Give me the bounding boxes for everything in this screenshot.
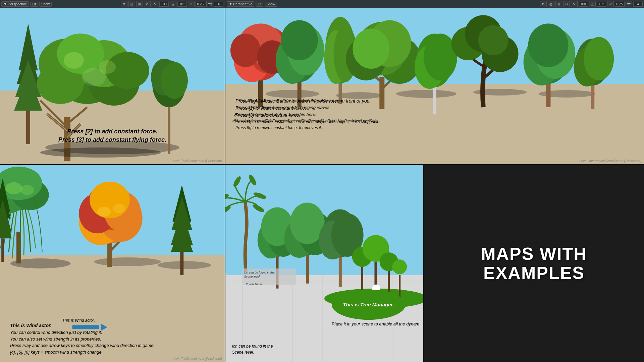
vp1-lit-label: Lit [32,2,36,6]
viewport-2[interactable]: ▼ Perspective Lit Show ⚙ ◎ ⊞ ↺ ⤡ 100 △ 1… [225,0,644,164]
vp2-toolbar: ▼ Perspective Lit Show ⚙ ◎ ⊞ ↺ ⤡ 100 △ 1… [225,0,644,8]
vp1-angle-icon[interactable]: △ [170,1,176,7]
maps-title-line2: EXAMPLES [483,263,585,283]
vp2-lit-btn[interactable]: Lit [256,2,263,7]
vp2-rotate-icon[interactable]: ↺ [563,1,570,7]
viewport-3[interactable]: This is Wind actor. This is Wind actor. … [0,165,225,362]
vp2-show-btn[interactable]: Show [265,2,277,7]
viewport-1[interactable]: ▼ Perspective Lit Show ⚙ ◎ ⊞ ↺ ⤡ 100 △ 1… [0,0,225,164]
viewport-4[interactable]: ion can be found in the Scene level. If … [225,165,423,362]
maps-title-line1: MAPS WITH [481,244,587,263]
svg-point-105 [113,204,125,213]
svg-rect-73 [591,82,594,109]
viewport-4-container: ion can be found in the Scene level. If … [225,165,644,362]
svg-point-87 [5,182,22,194]
svg-point-76 [584,37,614,80]
vp2-scale-icon[interactable]: ⤡ [571,1,578,7]
vp2-snap-icon[interactable]: ◎ [548,1,554,7]
svg-rect-150 [399,275,400,299]
vp2-scale2-icon[interactable]: ⤢ [607,1,614,7]
vp2-show-label: Show [267,2,275,6]
tree-scene-3: This is Wind actor. [0,165,225,362]
svg-text:If you have: If you have [246,282,262,286]
vp3-level-indicator: Level: EpicDemoLevel (Persistent) [171,357,222,361]
vp1-num1: 100 [159,2,169,7]
vp1-lit-btn[interactable]: Lit [30,2,38,7]
vp1-scale-icon[interactable]: ⤡ [152,1,158,7]
vp1-cam-icon[interactable]: 📷 [206,1,213,7]
vp1-perspective-label: Perspective [8,2,27,6]
vp1-show-label: Show [41,2,50,6]
svg-point-33 [396,90,457,98]
svg-rect-94 [107,242,112,267]
svg-point-32 [336,92,383,99]
svg-rect-78 [0,255,224,362]
tree-scene-2 [225,0,644,164]
svg-text:Scene level.: Scene level. [244,275,261,278]
svg-point-21 [82,68,106,86]
vp1-perspective-icon: ▼ [3,2,7,6]
svg-point-41 [230,34,261,67]
vp2-scale-val: 0.25 [615,2,625,7]
maps-title: MAPS WITH EXAMPLES [481,244,587,283]
svg-point-31 [266,90,319,98]
svg-rect-115 [226,275,423,362]
svg-point-104 [97,207,111,217]
main-grid: ▼ Perspective Lit Show ⚙ ◎ ⊞ ↺ ⤡ 100 △ 1… [0,0,644,362]
svg-point-28 [40,147,161,158]
vp2-perspective-label: Perspective [233,2,252,6]
svg-point-67 [478,25,508,55]
svg-point-81 [158,261,211,269]
vp1-rotate-icon[interactable]: ↺ [144,1,151,7]
vp2-cam-icon[interactable]: 📷 [626,1,632,7]
svg-point-59 [353,28,389,69]
svg-rect-89 [1,238,4,262]
vp1-toolbar: ▼ Perspective Lit Show ⚙ ◎ ⊞ ↺ ⤡ 100 △ 1… [0,0,225,8]
vp2-num2: 4 [633,2,643,7]
tree-scene-4: ion can be found in the Scene level. If … [225,165,423,362]
svg-point-88 [20,185,34,195]
vp2-grid-icon[interactable]: ⊞ [555,1,562,7]
vp2-settings-icon[interactable]: ⚙ [540,1,547,7]
vp1-scale-val: 0.25 [196,2,205,7]
vp2-lit-label: Lit [258,2,261,6]
vp1-level-indicator: Level: EpicDemoLevel (Persistent) [171,159,222,163]
vp2-angle-val: 10° [597,2,606,7]
vp1-angle-val: 10° [177,2,187,7]
svg-rect-137 [306,253,309,284]
svg-text:This is Wind actor.: This is Wind actor. [62,318,95,323]
vp2-level-indicator: Level: InteractionDemoScene (Persistent) [579,159,641,163]
maps-examples-panel: MAPS WITH EXAMPLES [424,165,644,362]
svg-point-27 [161,62,188,99]
svg-point-17 [57,34,104,74]
svg-line-11 [40,101,67,127]
svg-rect-147 [361,265,363,299]
vp2-perspective-icon: ▼ [229,2,232,6]
maps-panel-content: MAPS WITH EXAMPLES [424,165,644,362]
vp1-snap-icon[interactable]: ◎ [128,1,135,7]
vp2-perspective-btn[interactable]: ▼ Perspective [227,1,254,7]
svg-rect-142 [339,255,342,287]
svg-point-154 [392,259,407,274]
vp1-show-btn[interactable]: Show [39,2,52,7]
svg-point-156 [373,291,380,294]
svg-text:ion can be found in the: ion can be found in the [244,271,275,274]
svg-point-47 [281,20,318,60]
svg-point-80 [94,257,161,266]
tree-scene-1 [0,0,225,164]
svg-rect-1 [26,111,30,144]
vp2-angle-icon[interactable]: △ [589,1,596,7]
vp1-perspective-btn[interactable]: ▼ Perspective [1,1,29,7]
svg-point-19 [64,52,84,69]
svg-rect-24 [168,101,170,154]
svg-rect-112 [72,325,99,329]
svg-rect-60 [433,84,436,114]
vp1-num2: 4 [214,2,223,7]
svg-rect-149 [388,270,390,299]
vp1-grid-icon[interactable]: ⊞ [136,1,143,7]
svg-line-10 [67,107,87,124]
vp1-settings-icon[interactable]: ⚙ [121,1,127,7]
vp2-num1: 100 [579,2,588,7]
svg-point-72 [528,23,569,67]
vp1-scale2-icon[interactable]: ⤢ [188,1,195,7]
